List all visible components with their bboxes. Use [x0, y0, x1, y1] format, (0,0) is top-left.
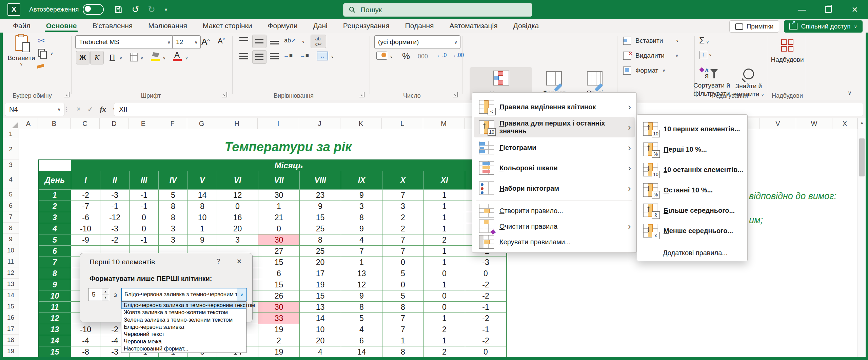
- cell[interactable]: 0: [258, 223, 300, 234]
- align-top-icon[interactable]: [239, 37, 248, 44]
- row-header-16[interactable]: 16: [3, 312, 19, 323]
- cell[interactable]: 19: [300, 279, 341, 290]
- cell[interactable]: 1: [341, 257, 382, 268]
- cell[interactable]: -9: [71, 234, 100, 246]
- day-cell-5[interactable]: 5: [39, 234, 71, 246]
- cell[interactable]: 2: [258, 335, 300, 346]
- cell[interactable]: 9: [341, 290, 382, 302]
- format-option[interactable]: Жовта заливка з темно-жовтим текстом: [121, 309, 246, 316]
- search-input[interactable]: Пошук: [343, 3, 532, 17]
- font-size-combo[interactable]: 12 ∨: [172, 35, 201, 49]
- cell[interactable]: -1: [130, 201, 159, 212]
- column-header-K[interactable]: K: [340, 118, 382, 129]
- sort-filter-button[interactable]: АЯ Сортувати й фільтрувати ∨: [693, 67, 730, 106]
- cell[interactable]: -2: [71, 190, 100, 201]
- cell[interactable]: 5: [382, 268, 424, 279]
- cell[interactable]: 1: [424, 223, 465, 234]
- paste-chevron-icon[interactable]: ∨: [20, 62, 23, 67]
- day-cell-9[interactable]: 9: [39, 279, 71, 290]
- cell[interactable]: -2: [100, 234, 130, 246]
- cell[interactable]: -8: [71, 346, 100, 358]
- cell[interactable]: -7: [71, 201, 100, 212]
- cell[interactable]: -10: [71, 324, 100, 335]
- spinner-up-icon[interactable]: ▲: [102, 288, 109, 295]
- cell[interactable]: 3: [159, 234, 188, 246]
- align-right-icon[interactable]: [270, 53, 279, 60]
- cell[interactable]: 20: [300, 257, 341, 268]
- number-format-combo[interactable]: (усі формати) ∨: [374, 35, 460, 49]
- comma-style-button[interactable]: 000: [418, 53, 428, 60]
- cell[interactable]: 12: [341, 279, 382, 290]
- minimize-button[interactable]: —: [789, 0, 815, 19]
- cell[interactable]: 10: [300, 324, 341, 335]
- day-cell-11[interactable]: 11: [39, 302, 71, 313]
- underline-chevron-icon[interactable]: ∨: [119, 56, 122, 60]
- column-header-X[interactable]: X: [832, 118, 857, 129]
- font-name-combo[interactable]: Trebuchet MS ∨: [75, 35, 174, 49]
- day-cell-14[interactable]: 14: [39, 335, 71, 346]
- cell[interactable]: 1: [424, 212, 465, 223]
- cancel-entry-icon[interactable]: ×: [77, 105, 81, 113]
- menu-item[interactable]: Очистити правила›: [472, 219, 636, 234]
- column-header-V[interactable]: V: [760, 118, 796, 129]
- fill-button[interactable]: ↓ ∨: [699, 51, 712, 59]
- row-header-1[interactable]: 1: [3, 129, 19, 139]
- day-cell-6[interactable]: 6: [39, 246, 71, 257]
- cell[interactable]: 15: [300, 290, 341, 302]
- tab-Рецензування[interactable]: Рецензування: [336, 19, 396, 33]
- cell[interactable]: 15: [258, 257, 300, 268]
- format-option[interactable]: Червона межа: [121, 338, 246, 345]
- cell[interactable]: 1: [424, 279, 465, 290]
- cell[interactable]: 13: [300, 302, 341, 313]
- cell[interactable]: 8: [159, 201, 188, 212]
- tab-Автоматизація[interactable]: Автоматизація: [442, 19, 504, 33]
- name-box[interactable]: N4 ∨: [5, 103, 64, 116]
- cell[interactable]: 3: [217, 234, 258, 246]
- cell[interactable]: -2: [465, 313, 507, 324]
- cell[interactable]: 9: [300, 201, 341, 212]
- cell[interactable]: 8: [382, 346, 424, 358]
- font-dialog-launcher[interactable]: [222, 92, 227, 97]
- tab-Довідка[interactable]: Довідка: [507, 19, 546, 33]
- column-header-W[interactable]: W: [796, 118, 832, 129]
- cell[interactable]: 4: [341, 324, 382, 335]
- column-header-F[interactable]: F: [158, 118, 187, 129]
- cell[interactable]: 8: [300, 234, 341, 246]
- cell[interactable]: 19: [258, 324, 300, 335]
- percent-style-button[interactable]: %: [402, 51, 410, 61]
- cell[interactable]: 20: [217, 223, 258, 234]
- cell[interactable]: 4: [300, 346, 341, 358]
- confirm-entry-icon[interactable]: ✓: [87, 105, 93, 113]
- menu-item[interactable]: Набори піктограм›: [472, 178, 636, 198]
- autosave-toggle[interactable]: [83, 4, 104, 15]
- row-header-6[interactable]: 6: [3, 200, 19, 211]
- tab-Подання[interactable]: Подання: [398, 19, 441, 33]
- format-option[interactable]: Настроюваний формат...: [121, 345, 246, 353]
- tab-Файл[interactable]: Файл: [6, 19, 37, 33]
- row-header-4[interactable]: 4: [3, 170, 19, 189]
- cell[interactable]: 7: [341, 246, 382, 257]
- cell[interactable]: -10: [71, 223, 100, 234]
- row-header-14[interactable]: 14: [3, 290, 19, 301]
- cell[interactable]: 13: [341, 268, 382, 279]
- cell[interactable]: 3: [159, 223, 188, 234]
- cell[interactable]: 8: [341, 302, 382, 313]
- font-color-chevron-icon[interactable]: ∨: [185, 56, 188, 60]
- table-corner-cell[interactable]: [39, 160, 71, 171]
- submenu-item[interactable]: ↑1010 перших елементів...: [637, 119, 747, 139]
- insert-cells-button[interactable]: Вставити ∨: [623, 37, 679, 45]
- day-cell-3[interactable]: 3: [39, 212, 71, 223]
- cell[interactable]: 9: [188, 234, 217, 246]
- cell[interactable]: 23: [300, 190, 341, 201]
- borders-chevron-icon[interactable]: ∨: [140, 56, 143, 60]
- cell[interactable]: 14: [188, 190, 217, 201]
- delete-cells-button[interactable]: Видалити ∨: [623, 52, 678, 60]
- menu-item[interactable]: Кольорові шкали›: [472, 158, 636, 178]
- restore-button[interactable]: [815, 0, 842, 19]
- font-color-swatch[interactable]: [173, 59, 182, 61]
- format-option[interactable]: Зелена заливка з темно-зеленим текстом: [121, 316, 246, 323]
- cell[interactable]: -1: [130, 234, 159, 246]
- row-header-2[interactable]: 2: [3, 139, 19, 159]
- row-header-11[interactable]: 11: [3, 256, 19, 267]
- cell[interactable]: 3: [382, 201, 424, 212]
